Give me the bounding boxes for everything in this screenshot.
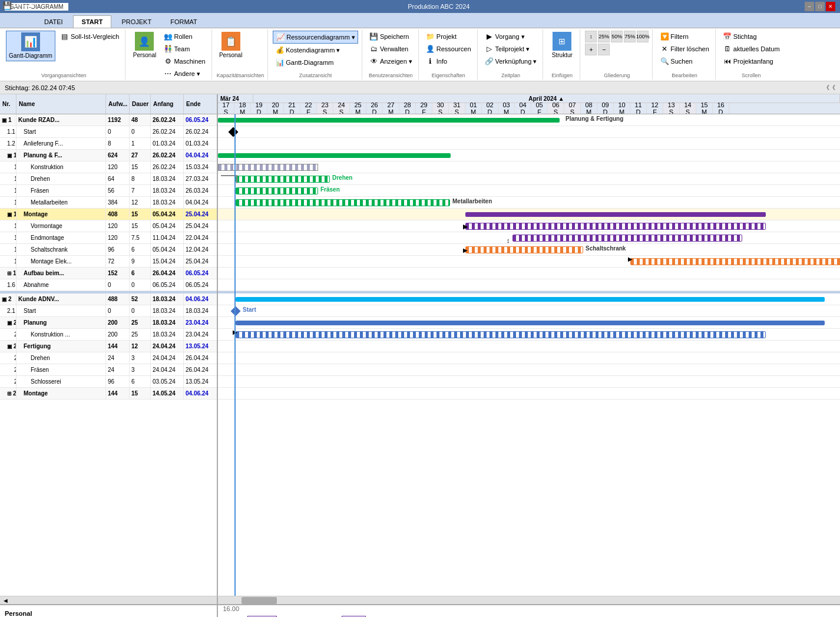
collapse-button[interactable]: 《《 [824, 84, 835, 92]
expand-1.3[interactable]: ▣ [7, 153, 12, 159]
day-19: 19D [251, 103, 267, 114]
expand-1.4[interactable]: ▣ [7, 212, 12, 217]
verwalten-label: Verwalten [380, 45, 408, 52]
task-name: Konstruktion ... [16, 329, 106, 340]
gantt-row-1: Planung & Fertigung [218, 114, 840, 126]
teilprojekt-button[interactable]: ▷ Teilprojekt ▾ [482, 43, 540, 55]
verwalten-button[interactable]: 🗂 Verwalten [367, 43, 415, 55]
filter-icon: 🔽 [660, 32, 669, 41]
gliederung-expand[interactable]: + [585, 44, 597, 55]
task-row: 1.4 Montage Elek... 72 9 15.04.24 25.04.… [0, 256, 217, 268]
close-button[interactable]: ✕ [826, 2, 835, 11]
personal-icon: 👤 [135, 32, 154, 51]
struktur-button[interactable]: ⊞ Struktur [548, 31, 576, 60]
ressourcendiagramm-label: Ressourcendiagramm ▾ [286, 34, 355, 41]
gliederung-btn-all[interactable]: ↕ [585, 31, 597, 42]
stichtag-icon: 📅 [723, 32, 732, 41]
projekt-label: Projekt [436, 33, 457, 40]
gliederung-btn-75[interactable]: 75% [624, 31, 636, 42]
expand-1[interactable]: ▣ [2, 117, 7, 123]
bar-montage [465, 212, 766, 217]
andere-button[interactable]: ⋯ Andere ▾ [161, 68, 207, 80]
projekt-button[interactable]: 📁 Projekt [424, 31, 474, 42]
ressourcen-button[interactable]: 👤 Ressourcen [424, 43, 474, 55]
tab-format[interactable]: FORMAT [161, 15, 206, 28]
bar-1.3 [218, 153, 451, 158]
tab-start[interactable]: START [73, 15, 112, 28]
ressourcendiagramm-button[interactable]: 📈 Ressourcendiagramm ▾ [273, 31, 358, 44]
col-name: Name [16, 94, 106, 114]
expand-2.4[interactable]: ⊞ [7, 391, 12, 397]
team-button[interactable]: 👫 Team [161, 43, 207, 55]
task-aufwand: 1192 [106, 114, 130, 126]
hscroll-right[interactable] [218, 596, 840, 604]
maximize-button[interactable]: □ [815, 2, 825, 11]
task-row: 1.4 Vormontage 120 15 05.04.24 25.04.24 [0, 220, 217, 232]
vorgangsansichten-content: 📊 Gantt-Diagramm ▤ Soll-Ist-Vergleich [6, 31, 121, 71]
task-row: 1.6 Abnahme 0 0 06.05.24 06.05.24 [0, 279, 217, 291]
maschinen-button[interactable]: ⚙ Maschinen [161, 55, 207, 67]
undo-icon[interactable]: ↩ [14, 1, 20, 10]
verknuepfung-button[interactable]: 🔗 Verknüpfung ▾ [482, 55, 540, 67]
task-name: Drehen [16, 352, 106, 364]
task-name: Kunde ADNV... [16, 293, 106, 305]
info-button[interactable]: ℹ Info [424, 55, 474, 67]
task-name: Montage [16, 388, 106, 399]
arrow-schaltschrank: ▶ [463, 244, 468, 256]
expand-2[interactable]: ▣ [2, 296, 7, 302]
task-name: Fertigung [16, 341, 106, 352]
anzeigen-label: Anzeigen ▾ [380, 58, 412, 65]
personal-button[interactable]: 👤 Personal [130, 31, 158, 60]
gantt-row-2 [218, 293, 840, 305]
minimize-button[interactable]: − [805, 2, 814, 11]
scrollen-stack: 📅 Stichtag 🗓 aktuelles Datum ⏮ Projektan… [720, 31, 782, 67]
gantt-diagramm-button[interactable]: 📊 Gantt-Diagramm [6, 31, 55, 61]
save-icon[interactable]: 💾 [2, 1, 12, 10]
gliederung-btn-50[interactable]: 50% [611, 31, 623, 42]
redo-icon[interactable]: ↪ [22, 1, 28, 10]
scroll-thumb[interactable] [242, 597, 277, 604]
kapazitaetsansichten-content: 📋 Personal [217, 31, 245, 71]
y-axis: 16.00 14.00 12.00 10.00 8.00 6.00 4.00 2… [218, 605, 242, 617]
gliederung-btn-25[interactable]: 25% [598, 31, 610, 42]
kapazitaet-icon: 📋 [221, 32, 240, 51]
dropdown-icon[interactable]: ▾ [30, 1, 34, 10]
gliederung-collapse[interactable]: − [598, 44, 610, 55]
filter-loeschen-icon: ✕ [660, 44, 669, 54]
suchen-button[interactable]: 🔍 Suchen [657, 55, 711, 67]
scroll-arrow-left[interactable]: ◄ [2, 597, 9, 604]
expand-2.2[interactable]: ▣ [7, 320, 12, 326]
projektanfang-button[interactable]: ⏮ Projektanfang [720, 55, 782, 67]
task-row: 1.3 Drehen 64 8 18.03.24 27.03.24 [0, 173, 217, 185]
expand-2.3[interactable]: ▣ [7, 344, 12, 349]
rollen-button[interactable]: 👥 Rollen [161, 31, 207, 42]
aktuelles-datum-icon: 🗓 [723, 44, 732, 54]
milestone-1.1 [229, 127, 239, 137]
filtern-button[interactable]: 🔽 Filtern [657, 31, 711, 42]
speichern-button[interactable]: 💾 Speichern [367, 31, 415, 42]
tab-projekt[interactable]: PROJEKT [113, 15, 160, 28]
gantt-row-2.2 [218, 317, 840, 329]
zusatz-gantt-button[interactable]: 📊 Gantt-Diagramm [273, 57, 358, 68]
kostendiagramm-button[interactable]: 💰 Kostendiagramm ▾ [273, 44, 358, 56]
einfuegen-content: ⊞ Struktur [548, 31, 576, 71]
filter-loeschen-button[interactable]: ✕ Filter löschen [657, 43, 711, 55]
gliederung-btn-100[interactable]: 100% [637, 31, 649, 42]
task-row: 2.3 Schlosserei 96 6 03.05.24 13.05.24 [0, 376, 217, 388]
stichtag-button[interactable]: 📅 Stichtag [720, 31, 782, 42]
task-row: 1.1 Start 0 0 26.02.24 26.02.24 [0, 126, 217, 138]
hscroll: ◄ [0, 596, 840, 604]
vorgang-button[interactable]: ▶ Vorgang ▾ [482, 31, 540, 42]
tab-datei[interactable]: DATEI [35, 15, 72, 28]
col-dauer: Dauer [130, 94, 151, 114]
kapazitaet-personal-button[interactable]: 📋 Personal [217, 31, 245, 60]
gantt-row-vormontage: ▶ [218, 220, 840, 232]
vorgangsansichten-label: Vorgangsansichten [6, 71, 121, 78]
suchen-label: Suchen [670, 58, 692, 65]
soll-ist-button[interactable]: ▤ Soll-Ist-Vergleich [58, 31, 122, 42]
day-01: 01M [465, 103, 482, 114]
expand-1.5[interactable]: ⊞ [7, 270, 12, 276]
anzeigen-button[interactable]: 👁 Anzeigen ▾ [367, 55, 415, 67]
aktuelles-datum-button[interactable]: 🗓 aktuelles Datum [720, 43, 782, 55]
task-list: Nr. Name Aufw... Dauer Anfang Ende ▣1 Ku… [0, 94, 218, 596]
